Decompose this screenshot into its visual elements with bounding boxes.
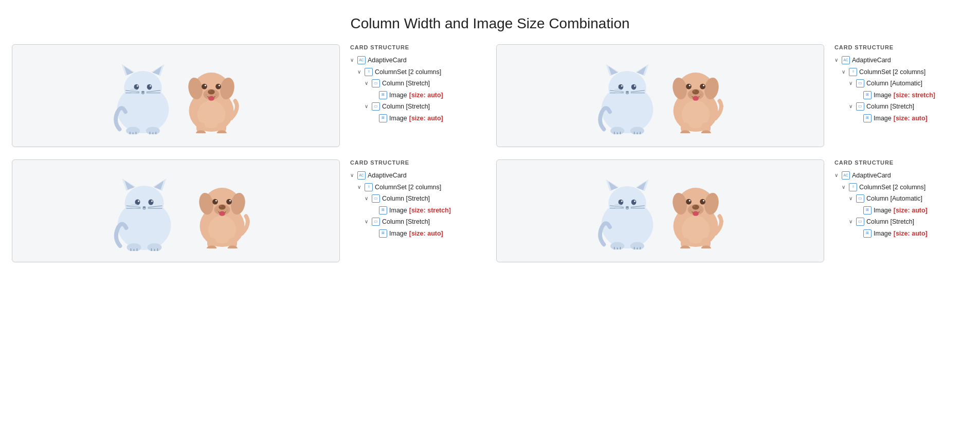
column-icon: ▭ bbox=[856, 102, 864, 111]
column-icon: ▭ bbox=[856, 194, 864, 203]
image-icon: ⊠ bbox=[379, 91, 387, 99]
tree-label: Column [Stretch] bbox=[382, 101, 430, 113]
svg-point-137 bbox=[621, 201, 623, 202]
card-structure-3: CARD STRUCTURE ∨ AC AdaptiveCard ∨ ⦀ Col… bbox=[350, 159, 484, 239]
dog-image-1 bbox=[180, 59, 242, 133]
svg-point-87 bbox=[124, 186, 164, 221]
tree-label: Image bbox=[874, 113, 892, 124]
svg-point-85 bbox=[700, 94, 702, 96]
tree-item: ∨ ⊠ Image [size: auto] bbox=[372, 228, 484, 240]
chevron-icon: ∨ bbox=[357, 183, 362, 192]
tree-item: ∨ ▭ Column [Stretch] bbox=[849, 216, 968, 228]
image-icon: ⊠ bbox=[379, 206, 387, 214]
svg-point-52 bbox=[634, 85, 636, 87]
svg-point-72 bbox=[692, 89, 699, 94]
image-icon: ⊠ bbox=[379, 229, 387, 238]
svg-point-84 bbox=[689, 94, 692, 96]
chevron-icon: ∨ bbox=[849, 217, 854, 226]
tree-label: Image bbox=[389, 113, 407, 124]
image-icon: ⊠ bbox=[863, 91, 872, 99]
column-icon: ▭ bbox=[372, 194, 380, 203]
tree-label: Column [Stretch] bbox=[382, 193, 430, 205]
svg-point-128 bbox=[226, 209, 228, 211]
tree-1: ∨ AC AdaptiveCard ∨ ⦀ ColumnSet [2 colum… bbox=[350, 55, 484, 124]
adaptive-card-icon: AC bbox=[357, 56, 366, 64]
svg-point-109 bbox=[130, 204, 138, 209]
card-pair-1: CARD STRUCTURE ∨ AC AdaptiveCard ∨ ⦀ Col… bbox=[12, 44, 484, 147]
chevron-icon: ∨ bbox=[365, 217, 370, 226]
tree-label: AdaptiveCard bbox=[368, 170, 407, 182]
cat-image-1 bbox=[110, 57, 176, 134]
cat-image-3 bbox=[99, 171, 189, 251]
tree-item: ∨ AC AdaptiveCard bbox=[834, 55, 968, 66]
tree-label: ColumnSet [2 columns] bbox=[375, 182, 441, 193]
svg-point-152 bbox=[614, 204, 622, 209]
tree-label: AdaptiveCard bbox=[852, 170, 891, 182]
svg-point-127 bbox=[216, 209, 218, 211]
chevron-icon: ∨ bbox=[842, 183, 847, 192]
svg-point-119 bbox=[215, 200, 216, 201]
image-icon: ⊠ bbox=[863, 229, 872, 238]
tree-item: ∨ AC AdaptiveCard bbox=[350, 55, 484, 66]
tree-label: Column [Stretch] bbox=[382, 78, 430, 90]
svg-point-42 bbox=[215, 94, 217, 96]
tree-label: Image bbox=[389, 205, 407, 217]
svg-point-31 bbox=[202, 83, 207, 89]
tree-label: Image bbox=[874, 205, 892, 217]
tree-item: ∨ ⊠ Image [size: stretch] bbox=[372, 205, 484, 217]
svg-point-163 bbox=[703, 200, 704, 201]
svg-point-66 bbox=[614, 88, 622, 94]
tree-label: Column [Stretch] bbox=[866, 101, 914, 113]
chevron-icon: ∨ bbox=[365, 194, 370, 203]
card-structure-2: CARD STRUCTURE ∨ AC AdaptiveCard ∨ ⦀ Col… bbox=[834, 44, 968, 124]
tree-label: Image bbox=[389, 90, 407, 101]
chevron-icon: ∨ bbox=[849, 194, 854, 203]
tree-label: Column [Stretch] bbox=[382, 216, 430, 228]
tree-item: ∨ ▭ Column [Stretch] bbox=[365, 78, 484, 90]
tree-4: ∨ AC AdaptiveCard ∨ ⦀ ColumnSet [2 colum… bbox=[834, 170, 968, 239]
tree-item: ∨ ⊠ Image [size: stretch] bbox=[856, 90, 968, 101]
svg-point-93 bbox=[148, 199, 153, 205]
svg-point-10 bbox=[141, 91, 144, 93]
columnset-icon: ⦀ bbox=[849, 68, 857, 76]
column-icon: ▭ bbox=[372, 218, 380, 226]
svg-point-41 bbox=[205, 94, 207, 96]
tree-item: ∨ ⊠ Image [size: auto] bbox=[856, 113, 968, 124]
tree-item: ∨ ▭ Column [Stretch] bbox=[365, 101, 484, 113]
svg-point-118 bbox=[226, 199, 232, 204]
tree-label: Column [Automatic] bbox=[866, 193, 922, 205]
svg-point-94 bbox=[138, 200, 139, 202]
chevron-icon: ∨ bbox=[842, 67, 847, 77]
tree-label: Image bbox=[874, 228, 892, 240]
tree-item: ∨ ⊠ Image [size: auto] bbox=[856, 228, 968, 240]
svg-point-29 bbox=[208, 89, 215, 94]
svg-point-1 bbox=[124, 71, 162, 105]
card-preview-2 bbox=[496, 44, 824, 147]
svg-point-34 bbox=[219, 84, 220, 86]
adaptive-card-icon: AC bbox=[842, 171, 850, 180]
chevron-icon: ∨ bbox=[350, 56, 355, 65]
svg-point-115 bbox=[219, 204, 226, 209]
svg-point-162 bbox=[689, 200, 691, 201]
svg-point-130 bbox=[608, 186, 646, 220]
tree-item: ∨ ⦀ ColumnSet [2 columns] bbox=[357, 182, 484, 193]
column-icon: ▭ bbox=[856, 218, 864, 226]
tree-highlight: [size: auto] bbox=[894, 113, 928, 124]
tree-item: ∨ ⊠ Image [size: auto] bbox=[372, 113, 484, 124]
svg-point-136 bbox=[631, 200, 637, 205]
tree-item: ∨ AC AdaptiveCard bbox=[834, 170, 968, 182]
svg-point-159 bbox=[693, 205, 695, 207]
svg-point-50 bbox=[631, 84, 637, 90]
svg-point-75 bbox=[700, 83, 705, 89]
card-pair-2: CARD STRUCTURE ∨ AC AdaptiveCard ∨ ⦀ Col… bbox=[496, 44, 968, 147]
cat-image-2 bbox=[594, 57, 661, 134]
svg-point-161 bbox=[700, 199, 705, 204]
tree-highlight: [size: auto] bbox=[894, 228, 928, 240]
tree-label: Image bbox=[389, 228, 407, 240]
tree-item: ∨ AC AdaptiveCard bbox=[350, 170, 484, 182]
svg-point-170 bbox=[689, 209, 692, 211]
tree-item: ∨ ⦀ ColumnSet [2 columns] bbox=[842, 66, 968, 78]
tree-highlight: [size: auto] bbox=[409, 228, 443, 240]
tree-highlight: [size: auto] bbox=[409, 90, 443, 101]
tree-label: Column [Automatic] bbox=[866, 78, 922, 90]
